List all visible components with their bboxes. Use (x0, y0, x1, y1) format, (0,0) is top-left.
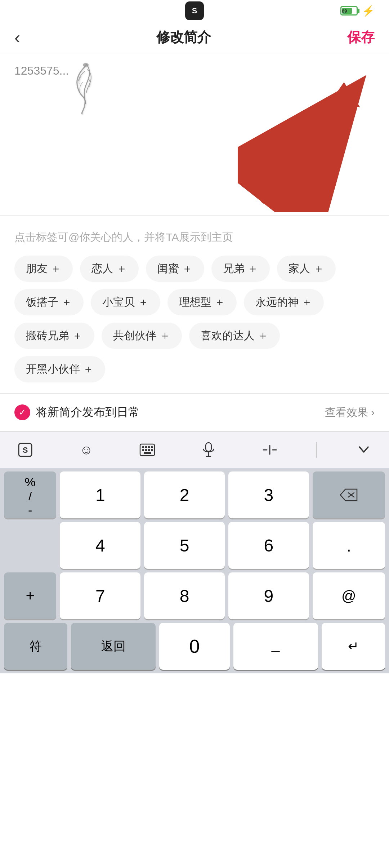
tag-idealtype[interactable]: 理想型 ＋ (167, 289, 237, 315)
battery-level: 69 (342, 8, 347, 14)
svg-rect-13 (151, 449, 153, 451)
publish-text: 将新简介发布到日常 (36, 404, 140, 420)
publish-row: ✓ 将新简介发布到日常 查看效果 › (0, 394, 389, 431)
keyboard-toolbar: S ☺ (0, 431, 389, 468)
key-dot[interactable]: . (313, 522, 385, 569)
publish-left: ✓ 将新简介发布到日常 (14, 404, 140, 420)
tag-gaming[interactable]: 开黑小伙伴 ＋ (14, 356, 105, 382)
tag-god[interactable]: 永远的神 ＋ (244, 289, 324, 315)
key-3[interactable]: 3 (228, 471, 309, 518)
keyboard-row-1: % / - 1 2 3 (0, 468, 389, 518)
tags-hint: 点击标签可@你关心的人，并将TA展示到主页 (14, 230, 375, 245)
tag-friend[interactable]: 朋友 ＋ (14, 256, 73, 282)
key-plus[interactable]: + (4, 572, 56, 619)
key-space-left (4, 522, 56, 569)
tag-family[interactable]: 家人 ＋ (277, 256, 335, 282)
tag-foodmate[interactable]: 饭搭子 ＋ (14, 289, 84, 315)
svg-rect-14 (144, 452, 151, 454)
toolbar-mic-icon[interactable] (194, 439, 223, 461)
toolbar-keyboard-icon[interactable] (133, 439, 162, 461)
svg-rect-9 (151, 446, 153, 448)
nav-bar: ‹ 修改简介 保存 (0, 22, 389, 53)
lightning-icon: ⚡ (362, 5, 375, 17)
tag-bestie[interactable]: 闺蜜 ＋ (146, 256, 204, 282)
key-1[interactable]: 1 (60, 471, 140, 518)
status-bar: S 69 ⚡ (0, 0, 389, 22)
svg-rect-8 (148, 446, 150, 448)
key-enter[interactable]: ↵ (322, 623, 385, 670)
tags-section: 点击标签可@你关心的人，并将TA展示到主页 朋友 ＋ 恋人 ＋ 闺蜜 ＋ 兄弟 … (0, 216, 389, 394)
key-delete[interactable] (313, 471, 385, 518)
svg-text:S: S (23, 446, 28, 455)
arrow-annotation (238, 75, 382, 212)
svg-marker-2 (331, 82, 360, 107)
svg-rect-6 (142, 446, 144, 448)
keyboard: % / - 1 2 3 4 5 6 . + 7 8 9 @ 符 返回 0 (0, 468, 389, 673)
page-title: 修改简介 (156, 28, 211, 46)
tag-baby[interactable]: 小宝贝 ＋ (91, 289, 160, 315)
tag-workmate[interactable]: 搬砖兄弟 ＋ (14, 323, 94, 349)
tags-container: 朋友 ＋ 恋人 ＋ 闺蜜 ＋ 兄弟 ＋ 家人 ＋ 饭搭子 ＋ 小宝贝 ＋ 理想型… (14, 256, 375, 382)
key-space[interactable]: ＿ (233, 623, 318, 670)
toolbar-collapse-icon[interactable] (349, 439, 378, 461)
tag-lover[interactable]: 恋人 ＋ (80, 256, 138, 282)
back-button[interactable]: ‹ (14, 27, 20, 47)
toolbar-divider (316, 442, 317, 458)
keyboard-row-2: 4 5 6 . (0, 518, 389, 569)
key-symbol[interactable]: 符 (4, 623, 67, 670)
status-bar-right: 69 ⚡ (340, 5, 375, 17)
key-7[interactable]: 7 (60, 572, 140, 619)
key-4[interactable]: 4 (60, 522, 140, 569)
app-icon-image: S (185, 1, 204, 20)
key-percent-slash-minus[interactable]: % / - (4, 471, 56, 518)
save-button[interactable]: 保存 (347, 28, 375, 46)
key-0[interactable]: 0 (159, 623, 230, 670)
tag-brother[interactable]: 兄弟 ＋ (211, 256, 270, 282)
ink-splash-decoration (65, 61, 108, 111)
keyboard-row-3: + 7 8 9 @ (0, 569, 389, 619)
content-area[interactable]: 1253575... (0, 53, 389, 216)
tag-partner[interactable]: 共创伙伴 ＋ (102, 323, 182, 349)
check-icon[interactable]: ✓ (14, 404, 30, 420)
svg-rect-15 (206, 443, 211, 451)
key-8[interactable]: 8 (144, 572, 225, 619)
view-effect-button[interactable]: 查看效果 › (325, 405, 375, 420)
svg-rect-10 (142, 449, 144, 451)
svg-rect-7 (145, 446, 147, 448)
tag-creator[interactable]: 喜欢的达人 ＋ (189, 323, 280, 349)
key-5[interactable]: 5 (144, 522, 225, 569)
toolbar-sohu-icon[interactable]: S (11, 439, 40, 461)
toolbar-cursor-icon[interactable] (255, 439, 284, 461)
user-id-text: 1253575... (14, 64, 69, 77)
key-9[interactable]: 9 (228, 572, 309, 619)
svg-rect-12 (148, 449, 150, 451)
app-icon: S (185, 1, 204, 20)
key-2[interactable]: 2 (144, 471, 225, 518)
toolbar-emoji-icon[interactable]: ☺ (72, 439, 101, 461)
key-at[interactable]: @ (313, 572, 385, 619)
key-return-text[interactable]: 返回 (71, 623, 156, 670)
svg-point-0 (83, 63, 89, 67)
key-6[interactable]: 6 (228, 522, 309, 569)
svg-rect-11 (145, 449, 147, 451)
keyboard-row-bottom: 符 返回 0 ＿ ↵ (0, 619, 389, 673)
